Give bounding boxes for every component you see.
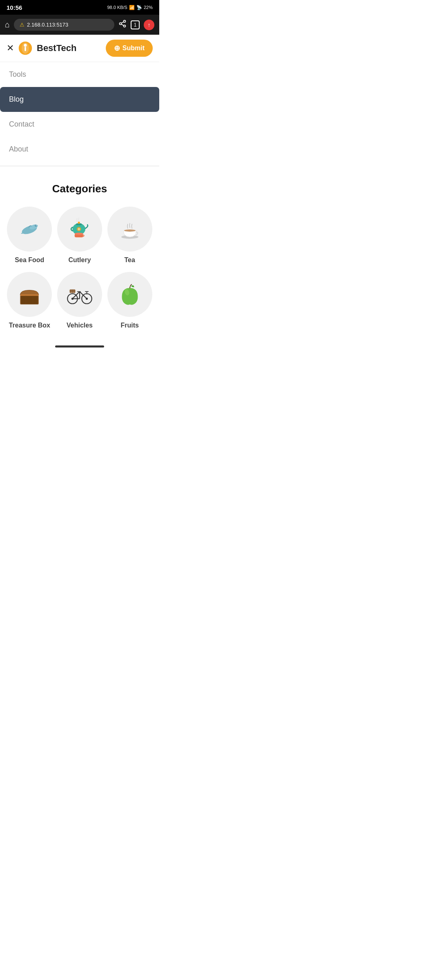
url-bar[interactable]: ⚠ 2.168.0.113:5173	[14, 19, 114, 31]
upload-icon: ↑	[148, 22, 151, 28]
category-vehicles-icon	[57, 272, 102, 317]
status-icons: 98.0 KB/S 📶 📡 22%	[107, 5, 153, 10]
category-vehicles[interactable]: Vehicles	[57, 272, 103, 329]
svg-point-17	[78, 228, 80, 230]
category-sea-food-label: Sea Food	[15, 256, 44, 264]
svg-rect-8	[24, 47, 26, 51]
close-button[interactable]: ✕	[7, 43, 14, 53]
category-cutlery-icon	[57, 207, 102, 252]
submit-label: Submit	[122, 45, 145, 52]
category-vehicles-label: Vehicles	[67, 322, 93, 329]
url-text: 2.168.0.113:5173	[27, 22, 68, 28]
categories-title: Categories	[7, 183, 153, 195]
category-treasure-box[interactable]: Treasure Box	[7, 272, 53, 329]
svg-rect-24	[21, 296, 38, 304]
browser-home-icon[interactable]: ⌂	[5, 20, 10, 29]
browser-actions: 1 ↑	[118, 20, 154, 30]
nav-item-contact[interactable]: Contact	[7, 112, 153, 137]
categories-section: Categories Sea Food	[0, 170, 159, 341]
category-tea-icon	[107, 207, 152, 252]
svg-rect-25	[20, 294, 39, 296]
category-treasure-box-label: Treasure Box	[9, 322, 50, 329]
svg-point-19	[75, 233, 83, 235]
submit-button[interactable]: ⊕ Submit	[106, 40, 153, 57]
app-title: BestTech	[37, 43, 102, 53]
svg-point-1	[120, 23, 122, 25]
svg-point-15	[78, 222, 80, 224]
category-cutlery[interactable]: Cutlery	[57, 207, 103, 264]
category-tea[interactable]: Tea	[107, 207, 153, 264]
svg-point-0	[124, 20, 126, 22]
nav-item-about[interactable]: About	[7, 137, 153, 162]
categories-grid: Sea Food	[7, 207, 153, 329]
browser-bar: ⌂ ⚠ 2.168.0.113:5173 1 ↑	[0, 15, 159, 35]
svg-point-22	[124, 229, 136, 232]
app-header: ✕ BestTech ⊕ Submit	[0, 35, 159, 62]
speed-indicator: 98.0 KB/S	[107, 5, 127, 10]
nav-item-tools[interactable]: Tools	[7, 62, 153, 87]
tab-count: 1	[134, 22, 137, 28]
category-cutlery-label: Cutlery	[68, 256, 91, 264]
nav-item-blog[interactable]: Blog	[0, 87, 159, 112]
submit-icon: ⊕	[114, 44, 120, 53]
status-bar: 10:56 98.0 KB/S 📶 📡 22%	[0, 0, 159, 15]
svg-line-4	[121, 22, 124, 23]
warning-icon: ⚠	[20, 22, 24, 28]
bottom-bar	[0, 341, 159, 350]
svg-line-3	[121, 24, 124, 25]
category-fruits-icon	[107, 272, 152, 317]
battery-status: 22%	[144, 5, 153, 10]
signal-icon: 📡	[136, 5, 142, 10]
svg-point-2	[124, 25, 126, 27]
category-fruits-label: Fruits	[120, 322, 138, 329]
status-time: 10:56	[7, 4, 22, 11]
svg-point-7	[24, 44, 27, 47]
category-tea-label: Tea	[124, 256, 135, 264]
share-button[interactable]	[118, 20, 127, 30]
category-treasure-box-icon	[7, 272, 52, 317]
svg-line-33	[80, 292, 87, 299]
svg-point-12	[36, 225, 37, 226]
app-logo	[18, 41, 33, 56]
svg-point-11	[35, 225, 37, 227]
bottom-pill	[55, 345, 104, 347]
wifi-icon: 📶	[129, 5, 135, 10]
category-fruits[interactable]: Fruits	[107, 272, 153, 329]
category-sea-food[interactable]: Sea Food	[7, 207, 53, 264]
divider	[0, 166, 159, 166]
nav-menu: Tools Blog Contact About	[0, 62, 159, 162]
category-sea-food-icon	[7, 207, 52, 252]
tab-count-box[interactable]: 1	[131, 20, 140, 29]
upload-button[interactable]: ↑	[144, 20, 154, 30]
